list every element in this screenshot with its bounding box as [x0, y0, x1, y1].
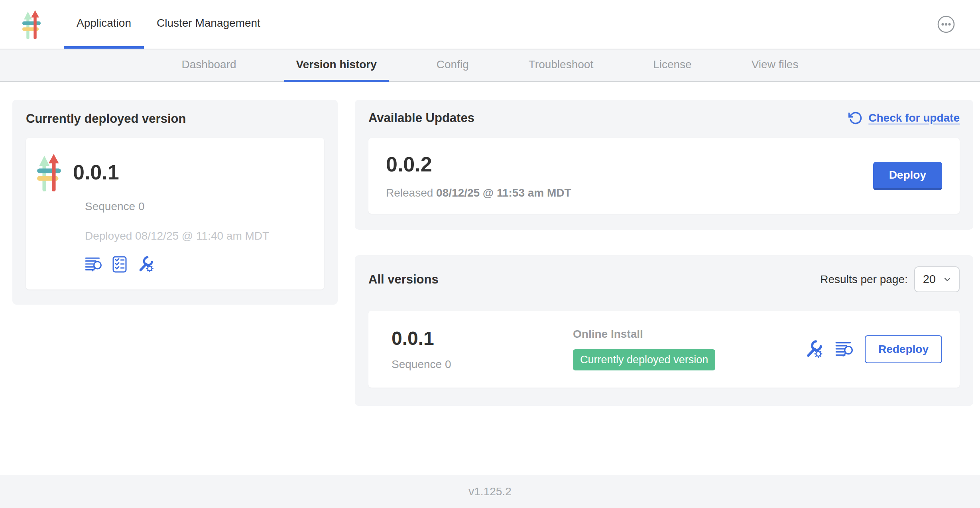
status-badge: Currently deployed version — [573, 349, 715, 370]
app-footer: v1.125.2 — [0, 475, 980, 508]
released-label: Released — [386, 187, 433, 199]
subnav-tab-troubleshoot[interactable]: Troubleshoot — [517, 49, 605, 82]
deployed-timestamp: Deployed 08/12/25 @ 11:40 am MDT — [85, 230, 312, 242]
subnav-tab-view-files[interactable]: View files — [740, 49, 811, 82]
results-per-page-label: Results per page: — [820, 273, 907, 286]
refresh-icon — [848, 111, 863, 125]
update-version-number: 0.0.2 — [386, 152, 571, 176]
subnav-tab-config-label: Config — [437, 58, 469, 71]
available-updates-title: Available Updates — [368, 111, 474, 125]
config-wrench-icon[interactable] — [805, 340, 823, 358]
update-released-line: Released 08/12/25 @ 11:53 am MDT — [386, 187, 571, 199]
preflight-checklist-icon[interactable] — [111, 256, 128, 273]
subnav-tab-view-files-label: View files — [752, 58, 799, 71]
check-for-update-label: Check for update — [868, 112, 960, 124]
subnav-tab-license-label: License — [653, 58, 692, 71]
version-row: 0.0.1 Sequence 0 Online Install Currentl… — [368, 311, 960, 388]
all-versions-title: All versions — [368, 272, 439, 287]
subnav-tab-dashboard-label: Dashboard — [182, 58, 236, 71]
console-version: v1.125.2 — [468, 485, 511, 498]
row-version-number: 0.0.1 — [392, 327, 573, 349]
currently-deployed-title: Currently deployed version — [26, 112, 324, 126]
tab-application[interactable]: Application — [64, 0, 144, 49]
redeploy-button[interactable]: Redeploy — [865, 335, 942, 363]
chevron-down-icon — [943, 275, 952, 284]
app-page: Application Cluster Management Dashboard… — [0, 0, 980, 508]
tab-cluster-management[interactable]: Cluster Management — [144, 0, 273, 49]
deploy-button[interactable]: Deploy — [873, 162, 942, 190]
row-install-type: Online Install — [573, 328, 643, 341]
all-versions-panel: All versions Results per page: 20 0.0 — [355, 255, 973, 406]
deployed-version-card: 0.0.1 Sequence 0 Deployed 08/12/25 @ 11:… — [26, 138, 324, 289]
row-sequence: Sequence 0 — [392, 358, 573, 371]
diff-lines-search-icon[interactable] — [835, 341, 853, 358]
top-header: Application Cluster Management — [0, 0, 980, 49]
ellipsis-menu-icon[interactable] — [937, 15, 955, 33]
tab-application-label: Application — [77, 17, 131, 30]
diff-lines-search-icon[interactable] — [85, 256, 102, 273]
released-timestamp: 08/12/25 @ 11:53 am MDT — [436, 187, 571, 199]
results-per-page-select[interactable]: 20 — [914, 266, 960, 292]
subnav-tab-license[interactable]: License — [641, 49, 704, 82]
available-update-card: 0.0.2 Released 08/12/25 @ 11:53 am MDT D… — [368, 138, 960, 214]
app-logo-icon — [37, 153, 61, 191]
subnav-tab-version-history-label: Version history — [296, 58, 377, 71]
subnav-tab-config[interactable]: Config — [425, 49, 481, 82]
deployed-sequence: Sequence 0 — [85, 200, 312, 213]
results-per-page-value: 20 — [923, 273, 936, 286]
tab-cluster-management-label: Cluster Management — [157, 17, 260, 30]
currently-deployed-panel: Currently deployed version 0.0.1 Sequenc… — [12, 100, 338, 305]
app-logo — [22, 0, 41, 49]
app-subnav: Dashboard Version history Config Trouble… — [0, 49, 980, 82]
deployed-version-number: 0.0.1 — [73, 160, 119, 184]
check-for-update-link[interactable]: Check for update — [848, 111, 960, 125]
subnav-tab-troubleshoot-label: Troubleshoot — [529, 58, 593, 71]
main-content: Currently deployed version 0.0.1 Sequenc… — [0, 82, 980, 475]
subnav-tab-dashboard[interactable]: Dashboard — [170, 49, 248, 82]
config-wrench-icon[interactable] — [138, 256, 154, 273]
subnav-tab-version-history[interactable]: Version history — [284, 49, 389, 82]
available-updates-panel: Available Updates Check for update 0.0.2… — [355, 100, 973, 230]
app-logo-icon — [22, 10, 41, 39]
